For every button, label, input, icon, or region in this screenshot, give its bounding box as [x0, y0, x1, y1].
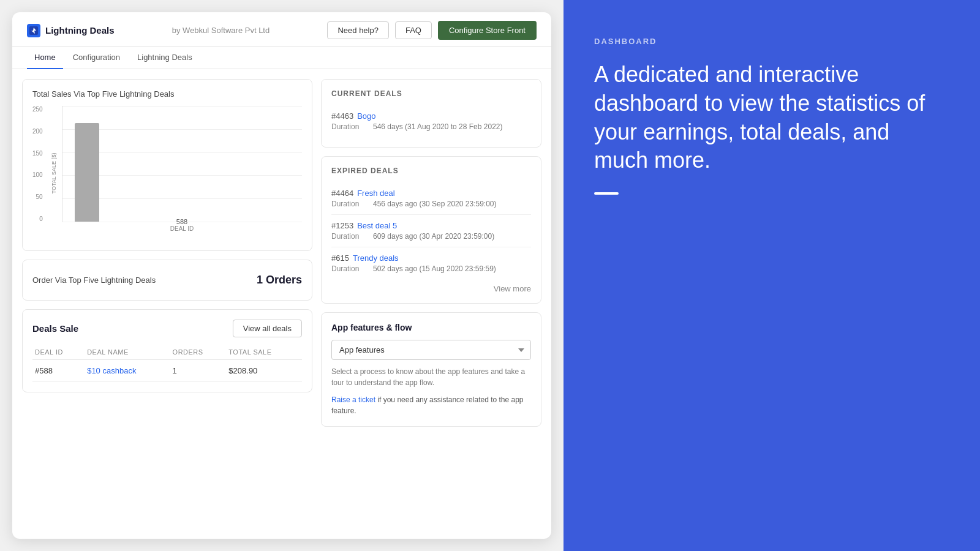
deal-name[interactable]: Bogo [357, 111, 375, 121]
nav-bar: Home Configuration Lightning Deals [12, 47, 551, 69]
current-deal-item: #4463 Bogo Duration 546 days (31 Aug 202… [331, 105, 531, 137]
cell-orders: 1 [170, 360, 227, 382]
cell-total-sale: $208.90 [226, 360, 302, 382]
x-label-sub: DEAL ID [170, 225, 194, 232]
faq-button[interactable]: FAQ [395, 21, 432, 39]
table-row: #588 $10 cashback 1 $208.90 [32, 360, 302, 382]
app-title-area: Lightning Deals [27, 24, 115, 37]
deals-sale-header: Deals Sale View all deals [32, 320, 302, 337]
app-features-title: App features & flow [331, 323, 531, 332]
y-axis-title: TOTAL SALE ($) [51, 153, 57, 194]
orders-row: Order Via Top Five Lightning Deals 1 Ord… [32, 270, 302, 290]
top-actions: Need help? FAQ Configure Store Front [327, 21, 537, 40]
right-column: CURRENT DEALS #4463 Bogo Duration 546 da… [321, 79, 541, 529]
deals-table-head: DEAL ID DEAL NAME ORDERS TOTAL SALE [32, 345, 302, 360]
x-label-value: 588 [176, 218, 187, 225]
orders-card: Order Via Top Five Lightning Deals 1 Ord… [22, 260, 312, 301]
duration-value: 502 days ago (15 Aug 2020 23:59:59) [373, 264, 496, 273]
nav-item-home[interactable]: Home [27, 47, 63, 69]
nav-item-lightning-deals[interactable]: Lightning Deals [130, 47, 200, 69]
deal-id: #1253 [331, 221, 353, 230]
view-all-deals-button[interactable]: View all deals [233, 320, 302, 337]
chart-title: Total Sales Via Top Five Lightning Deals [32, 89, 302, 99]
y-label-250: 250 [32, 106, 43, 113]
current-deals-list: #4463 Bogo Duration 546 days (31 Aug 202… [331, 105, 531, 137]
dashboard-label: DASHBOARD [594, 37, 949, 46]
expired-deal-item: #1253 Best deal 5 Duration 609 days ago … [331, 215, 531, 247]
current-deals-title: CURRENT DEALS [331, 89, 531, 98]
configure-button[interactable]: Configure Store Front [438, 21, 537, 40]
nav-item-configuration[interactable]: Configuration [66, 47, 127, 69]
deal-row: #4464 Fresh deal [331, 189, 531, 198]
y-label-0: 0 [39, 216, 43, 222]
col-deal-name: DEAL NAME [85, 345, 170, 360]
chart-bars [62, 106, 302, 222]
deal-name[interactable]: Trendy deals [353, 253, 399, 263]
deal-duration-row: Duration 456 days ago (30 Sep 2020 23:59… [331, 200, 531, 208]
duration-label: Duration [331, 122, 368, 131]
app-features-desc: Select a process to know about the app f… [331, 366, 531, 388]
duration-label: Duration [331, 232, 368, 241]
chart-card: Total Sales Via Top Five Lightning Deals… [22, 79, 312, 251]
deals-table: DEAL ID DEAL NAME ORDERS TOTAL SALE #588… [32, 345, 302, 382]
duration-label: Duration [331, 264, 368, 273]
deal-id: #615 [331, 253, 349, 263]
content-area: Total Sales Via Top Five Lightning Deals… [12, 69, 551, 539]
app-title: Lightning Deals [45, 25, 115, 36]
expired-deals-title: EXPIRED DEALS [331, 167, 531, 175]
orders-value: 1 Orders [257, 274, 302, 287]
col-orders: ORDERS [170, 345, 227, 360]
duration-value: 546 days (31 Aug 2020 to 28 Feb 2022) [373, 122, 503, 131]
app-icon [27, 24, 40, 37]
deal-name[interactable]: Fresh deal [357, 189, 394, 198]
left-column: Total Sales Via Top Five Lightning Deals… [22, 79, 312, 529]
cell-deal-name[interactable]: $10 cashback [85, 360, 170, 382]
col-total-sale: TOTAL SALE [226, 345, 302, 360]
y-label-50: 50 [36, 193, 43, 200]
deal-name[interactable]: Best deal 5 [357, 221, 397, 230]
deal-id: #4463 [331, 111, 353, 121]
dashboard-heading: A dedicated and interactive dashboard to… [594, 61, 949, 175]
y-label-150: 150 [32, 150, 43, 157]
raise-ticket-text: Raise a ticket if you need any assistanc… [331, 394, 531, 416]
expired-deals-list: #4464 Fresh deal Duration 456 days ago (… [331, 182, 531, 279]
deal-row: #4463 Bogo [331, 111, 531, 121]
deal-row: #615 Trendy deals [331, 253, 531, 263]
app-features-dropdown[interactable]: App features App flow [331, 340, 531, 360]
current-deals-card: CURRENT DEALS #4463 Bogo Duration 546 da… [321, 79, 541, 148]
deals-table-header-row: DEAL ID DEAL NAME ORDERS TOTAL SALE [32, 345, 302, 360]
deal-duration-row: Duration 546 days (31 Aug 2020 to 28 Feb… [331, 122, 531, 131]
duration-value: 456 days ago (30 Sep 2020 23:59:00) [373, 200, 497, 208]
y-label-100: 100 [32, 171, 43, 178]
right-panel: DASHBOARD A dedicated and interactive da… [564, 0, 980, 551]
deal-duration-row: Duration 609 days ago (30 Apr 2020 23:59… [331, 232, 531, 241]
deal-duration-row: Duration 502 days ago (15 Aug 2020 23:59… [331, 264, 531, 273]
chart-area: TOTAL SALE ($) 250 200 150 100 50 0 [32, 106, 302, 241]
view-more-button[interactable]: View more [331, 279, 531, 293]
expired-deal-item: #615 Trendy deals Duration 502 days ago … [331, 247, 531, 279]
duration-value: 609 days ago (30 Apr 2020 23:59:00) [373, 232, 494, 241]
y-label-200: 200 [32, 128, 43, 135]
cell-deal-id: #588 [32, 360, 85, 382]
by-text: by Webkul Software Pvt Ltd [172, 26, 270, 35]
chart-bars-area [62, 106, 302, 222]
dashboard-divider [594, 192, 619, 195]
deal-row: #1253 Best deal 5 [331, 221, 531, 230]
app-features-card: App features & flow App features App flo… [321, 312, 541, 427]
deals-table-body: #588 $10 cashback 1 $208.90 [32, 360, 302, 382]
x-labels: 588 DEAL ID [62, 218, 302, 232]
need-help-button[interactable]: Need help? [327, 21, 389, 39]
duration-label: Duration [331, 200, 368, 208]
raise-ticket-link[interactable]: Raise a ticket [331, 395, 375, 404]
deal-id: #4464 [331, 189, 353, 198]
orders-label: Order Via Top Five Lightning Deals [32, 276, 156, 285]
deals-sale-title: Deals Sale [32, 323, 78, 334]
expired-deal-item: #4464 Fresh deal Duration 456 days ago (… [331, 182, 531, 215]
chart-bar-588 [75, 123, 99, 222]
expired-deals-card: EXPIRED DEALS #4464 Fresh deal Duration … [321, 156, 541, 304]
deals-sale-card: Deals Sale View all deals DEAL ID DEAL N… [22, 309, 312, 392]
col-deal-id: DEAL ID [32, 345, 85, 360]
y-labels: 250 200 150 100 50 0 [32, 106, 45, 222]
